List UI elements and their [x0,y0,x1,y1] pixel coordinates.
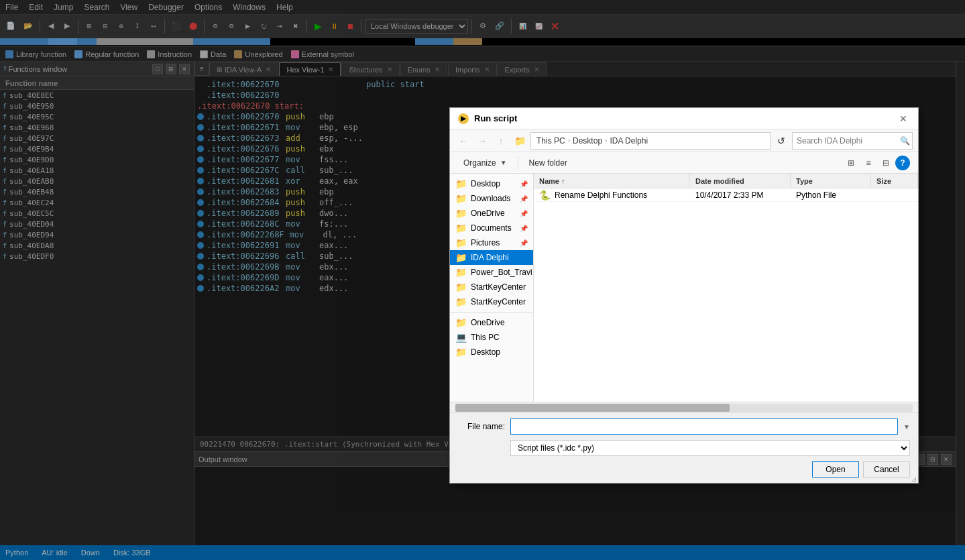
view-btn-3[interactable]: ⊟ [878,156,894,170]
list-item[interactable]: 📁IDA Delphi [450,250,533,265]
dialog-organize-btn[interactable]: Organize ▼ [458,156,512,170]
dialog-newfolder-btn[interactable]: New folder [524,156,573,170]
tree-item-label: OneDrive [471,318,505,327]
files-header-size[interactable]: Size [871,174,918,188]
dialog-search-input[interactable] [797,136,897,146]
pin-icon[interactable]: 📌 [520,180,528,188]
folder-icon: 📁 [455,178,467,189]
dialog-open-btn[interactable]: Open [812,461,859,478]
tree-item-label: Documents [471,223,512,233]
tree-item-label: Desktop [471,179,500,188]
tree-item-label: StartKeyCenter [471,297,526,306]
file-size-cell [871,188,918,202]
folder-icon: 📁 [455,208,467,219]
tree-item-label: Downloads [471,194,510,203]
files-header: Name ↑ Date modified Type Size [534,174,918,188]
files-header-modified[interactable]: Date modified [690,174,791,188]
file-name-cell: 🐍 Rename Delphi Functions [534,188,690,202]
hscroll-thumb[interactable] [455,404,730,412]
table-row[interactable]: 🐍 Rename Delphi Functions 10/4/2017 2:33… [534,188,918,202]
folder-icon: 📁 [455,267,467,278]
pin-icon[interactable]: 📌 [520,239,528,247]
dialog-hscroll[interactable] [450,402,918,412]
list-item[interactable]: 📁OneDrive📌 [450,206,533,221]
tree-item-label: Desktop [471,347,500,357]
view-btn-2[interactable]: ≡ [860,156,876,170]
view-btn-1[interactable]: ⊞ [843,156,859,170]
list-item[interactable]: 📁StartKeyCenter [450,294,533,309]
newfolder-label: New folder [529,158,567,168]
tree-item-label: Pictures [471,238,500,247]
folder-icon: 📁 [455,347,467,357]
list-item[interactable]: 📁StartKeyCenter [450,280,533,294]
folder-icon: 📁 [455,252,467,263]
folder-icon: 📁 [455,223,467,233]
files-header-type[interactable]: Type [791,174,871,188]
list-item[interactable]: 📁OneDrive [450,315,533,330]
dialog-title-text: Run script [474,113,517,123]
dialog-title: ▶ Run script [458,113,517,124]
list-item[interactable]: 📁Pictures📌 [450,235,533,250]
tree-item-label: This PC [471,333,500,342]
dialog-close-button[interactable]: ✕ [897,112,910,125]
folder-icon: 💻 [455,332,467,343]
file-type-cell: Python File [791,188,871,202]
dialog-nav: ← → ↑ 📁 This PC › Desktop › IDA Delphi ↺… [450,129,918,152]
list-item[interactable]: 💻This PC [450,330,533,345]
filename-input[interactable] [510,418,898,435]
dialog-title-icon: ▶ [458,113,469,124]
dtb-sep [518,156,518,170]
organize-label: Organize [463,158,496,168]
dialog-titlebar: ▶ Run script ✕ [450,108,918,129]
dialog-tree: 📁Desktop📌📁Downloads📌📁OneDrive📌📁Documents… [450,174,534,402]
hscroll-track [455,404,913,412]
dialog-nav-back[interactable]: ← [455,133,471,149]
pin-icon[interactable]: 📌 [520,195,528,203]
tree-item-label: OneDrive [471,209,505,218]
dialog-path-desktop[interactable]: Desktop [573,136,602,146]
list-item[interactable]: 📁Desktop [450,345,533,359]
dialog-nav-forward[interactable]: → [474,133,490,149]
tree-item-label: StartKeyCenter [471,282,526,292]
dialog-help-btn[interactable]: ? [895,156,910,170]
dialog-nav-refresh[interactable]: ↺ [773,133,789,149]
dialog-nav-up[interactable]: ↑ [493,133,509,149]
list-item[interactable]: 📁Desktop📌 [450,176,533,191]
dialog-path-bar: This PC › Desktop › IDA Delphi [530,132,771,150]
dialog-path-thispc[interactable]: This PC [536,136,565,146]
file-name: Rename Delphi Functions [555,190,647,200]
pin-icon[interactable]: 📌 [520,225,528,232]
filename-caret[interactable]: ▼ [903,423,910,431]
filetype-select[interactable]: Script files (*.idc *.py)IDC files (*.id… [510,440,910,456]
run-script-dialog: ▶ Run script ✕ ← → ↑ 📁 This PC › Desktop… [449,107,919,484]
folder-icon: 📁 [455,282,467,292]
search-icon: 🔍 [900,136,910,146]
python-file-icon: 🐍 [539,190,551,201]
list-item[interactable]: 📁Downloads📌 [450,191,533,206]
dialog-path-idadelphi[interactable]: IDA Delphi [610,136,648,146]
organize-caret: ▼ [500,159,507,166]
dialog-bottom: File name: ▼ Script files (*.idc *.py)ID… [450,412,918,483]
dialog-content: 📁Desktop📌📁Downloads📌📁OneDrive📌📁Documents… [450,174,918,402]
list-item[interactable]: 📁Power_Bot_Travi [450,265,533,280]
tree-item-label: IDA Delphi [471,253,509,262]
dialog-buttons-row: Open Cancel [458,461,910,478]
files-header-name[interactable]: Name ↑ [534,174,690,188]
dialog-file-list: Name ↑ Date modified Type Size 🐍 Rename … [534,174,918,402]
folder-icon: 📁 [455,237,467,248]
pin-icon[interactable]: 📌 [520,210,528,217]
tree-item-label: Power_Bot_Travi [471,268,532,277]
list-item[interactable]: 📁Documents📌 [450,221,533,235]
folder-icon: 📁 [455,193,467,204]
filename-row: File name: ▼ [458,418,910,435]
dialog-nav-folder[interactable]: 📁 [512,133,528,149]
filetype-row: Script files (*.idc *.py)IDC files (*.id… [458,440,910,456]
dialog-cancel-btn[interactable]: Cancel [863,461,910,478]
dialog-toolbar: Organize ▼ New folder ⊞ ≡ ⊟ ? [450,152,918,174]
view-buttons: ⊞ ≡ ⊟ ? [843,156,910,170]
folder-icon: 📁 [455,317,467,328]
files-body: 🐍 Rename Delphi Functions 10/4/2017 2:33… [534,188,918,202]
dialog-search-box: 🔍 [792,132,913,150]
filename-label: File name: [458,422,505,431]
dialog-resize-handle[interactable]: ⊿ [910,475,918,483]
